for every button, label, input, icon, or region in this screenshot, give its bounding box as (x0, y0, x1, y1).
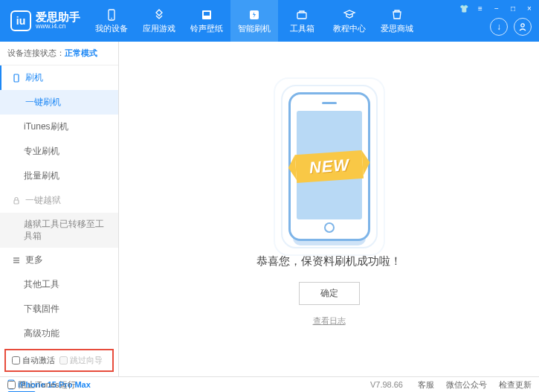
top-nav: 我的设备 应用游戏 铃声壁纸 智能刷机 工具箱 教程中心 爱思商城 (88, 0, 421, 42)
maximize-icon[interactable]: □ (508, 3, 518, 13)
nav-toolbox[interactable]: 工具箱 (278, 0, 326, 42)
header-actions: ↓ (490, 18, 532, 36)
svg-point-6 (521, 24, 524, 27)
nav-apps[interactable]: 应用游戏 (135, 0, 183, 42)
svg-point-1 (111, 17, 112, 19)
nav-store[interactable]: 爱思商城 (373, 0, 421, 42)
nav-my-device[interactable]: 我的设备 (88, 0, 135, 42)
toolbox-icon (295, 8, 309, 22)
nav-flash[interactable]: 智能刷机 (230, 0, 278, 42)
list-icon (12, 256, 21, 265)
nav-tutorials[interactable]: 教程中心 (326, 0, 373, 42)
checkbox-label: 自动激活 (22, 355, 55, 366)
activation-options: 自动激活 跳过向导 (4, 349, 114, 372)
sidebar-item-advanced[interactable]: 高级功能 (0, 321, 118, 346)
skip-guide-checkbox[interactable]: 跳过向导 (59, 355, 103, 366)
download-icon[interactable]: ↓ (490, 18, 508, 36)
user-icon[interactable] (514, 18, 532, 36)
main-content: NEW 恭喜您，保资料刷机成功啦！ 确定 查看日志 (119, 42, 539, 376)
sidebar-item-oneclick-flash[interactable]: 一键刷机 (0, 90, 118, 115)
svg-rect-7 (14, 74, 19, 82)
sidebar-item-pro-flash[interactable]: 专业刷机 (0, 139, 118, 164)
ok-button[interactable]: 确定 (299, 282, 360, 305)
success-message: 恭喜您，保资料刷机成功啦！ (256, 254, 401, 269)
phone-small-icon (12, 74, 21, 83)
sidebar-section-more[interactable]: 更多 (0, 248, 118, 272)
footer-link-wechat[interactable]: 微信公众号 (446, 379, 487, 391)
sidebar-item-batch-flash[interactable]: 批量刷机 (0, 164, 118, 188)
footer-link-support[interactable]: 客服 (418, 379, 434, 391)
footer-link-update[interactable]: 检查更新 (499, 379, 532, 391)
nav-label: 爱思商城 (381, 23, 413, 34)
ringtone-icon (200, 8, 213, 22)
app-url: www.i4.cn (36, 23, 80, 30)
block-itunes-checkbox[interactable]: 阻止iTunes运行 (7, 379, 76, 391)
nav-label: 我的设备 (95, 23, 128, 34)
sidebar-item-other-tools[interactable]: 其他工具 (0, 272, 118, 297)
sidebar-section-flash[interactable]: 刷机 (0, 65, 118, 90)
section-label: 更多 (25, 254, 43, 266)
sidebar-item-jailbreak-moved[interactable]: 越狱工具已转移至工具箱 (0, 213, 118, 248)
nav-label: 工具箱 (290, 23, 314, 34)
skin-icon[interactable]: 👕 (459, 3, 469, 13)
sidebar-section-jailbreak[interactable]: 一键越狱 (0, 188, 118, 213)
sidebar-item-download-firmware[interactable]: 下载固件 (0, 297, 118, 321)
svg-rect-3 (204, 12, 210, 16)
success-illustration: NEW (288, 92, 370, 241)
view-log-link[interactable]: 查看日志 (313, 315, 346, 327)
app-header: iu 爱思助手 www.i4.cn 我的设备 应用游戏 铃声壁纸 智能刷机 工具… (0, 0, 539, 42)
auto-activate-checkbox[interactable]: 自动激活 (12, 355, 55, 366)
section-label: 刷机 (25, 71, 43, 84)
svg-rect-8 (14, 200, 19, 204)
app-title: 爱思助手 (36, 11, 80, 24)
lock-icon (12, 196, 21, 205)
nav-label: 智能刷机 (238, 23, 271, 34)
flash-icon (248, 8, 261, 22)
window-controls: 👕 ≡ − □ × (459, 3, 535, 13)
status-label: 设备连接状态： (7, 48, 65, 57)
footer-links: 客服 微信公众号 检查更新 (418, 379, 532, 391)
menu-icon[interactable]: ≡ (475, 3, 485, 13)
new-badge: NEW (294, 150, 364, 182)
nav-label: 铃声壁纸 (190, 23, 223, 34)
nav-ringtones[interactable]: 铃声壁纸 (183, 0, 230, 42)
section-label: 一键越狱 (25, 194, 61, 207)
tutorials-icon (343, 8, 356, 22)
device-icon (105, 8, 118, 22)
apps-icon (152, 8, 166, 22)
device-status: 设备连接状态：正常模式 (0, 42, 118, 65)
nav-label: 应用游戏 (143, 23, 175, 34)
nav-label: 教程中心 (333, 23, 366, 34)
sidebar: 设备连接状态：正常模式 刷机 一键刷机 iTunes刷机 专业刷机 批量刷机 一… (0, 42, 119, 376)
svg-rect-5 (297, 13, 306, 19)
logo: iu 爱思助手 www.i4.cn (0, 10, 88, 31)
sidebar-item-itunes-flash[interactable]: iTunes刷机 (0, 115, 118, 139)
version-label: V7.98.66 (370, 380, 403, 389)
checkbox-label: 阻止iTunes运行 (19, 379, 76, 391)
checkbox-label: 跳过向导 (70, 355, 103, 366)
store-icon (390, 8, 404, 22)
close-icon[interactable]: × (524, 3, 535, 13)
minimize-icon[interactable]: − (491, 3, 502, 13)
logo-icon: iu (10, 10, 31, 31)
status-mode: 正常模式 (65, 48, 97, 57)
